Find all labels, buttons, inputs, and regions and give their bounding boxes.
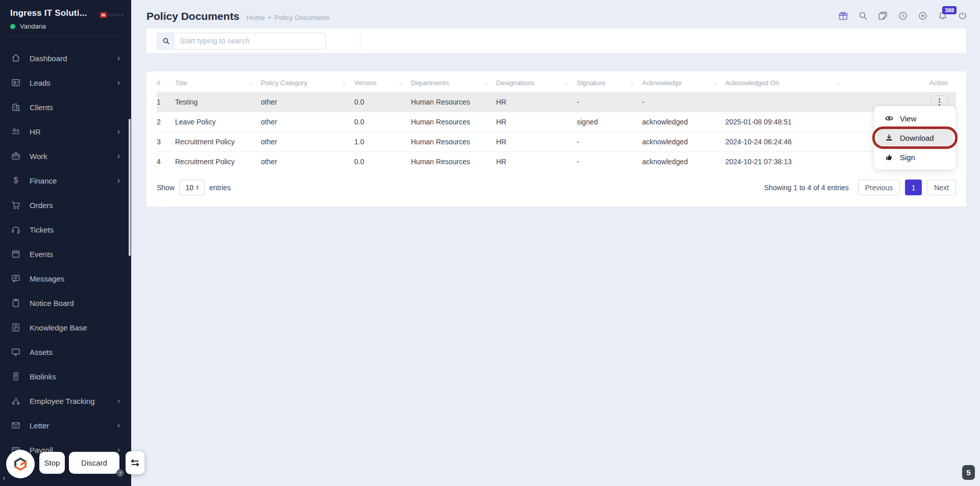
thumbs-up-icon (885, 153, 893, 161)
current-page-button[interactable]: 1 (905, 180, 922, 195)
menu-item-sign[interactable]: Sign (874, 148, 955, 166)
swap-arrows-icon (130, 457, 140, 468)
calendar-icon (11, 249, 21, 259)
brand-logo-mark: IN (100, 12, 107, 18)
help-badge[interactable]: ? (116, 469, 124, 477)
sidebar-item-letter[interactable]: Letter › (0, 413, 131, 438)
table-row[interactable]: 3 Recruitment Policy other 1.0 Human Res… (157, 132, 956, 151)
col-category[interactable]: Policy Category↑↓ (261, 74, 354, 92)
bell-icon[interactable]: 388 (938, 11, 948, 21)
next-page-button[interactable]: Next (927, 180, 956, 195)
page-title: Policy Documents (146, 10, 239, 22)
monitor-icon (11, 347, 21, 357)
sidebar-item-notice-board[interactable]: Notice Board › (0, 291, 131, 315)
sidebar-item-assets[interactable]: Assets › (0, 340, 131, 364)
search-input[interactable] (175, 33, 326, 49)
sidebar-item-work[interactable]: Work › (0, 144, 131, 168)
sidebar-header: Ingress IT Soluti... IN GRESS Vandana (0, 0, 131, 43)
chevron-left-icon[interactable]: ‹ (3, 473, 5, 482)
download-icon (885, 134, 893, 142)
sidebar-item-biolinks[interactable]: Biolinks › (0, 364, 131, 389)
header-icons: 388 (838, 11, 968, 21)
page-size-select[interactable]: 10 ▴▾ (179, 180, 205, 195)
plus-circle-icon[interactable] (918, 11, 928, 21)
menu-item-view[interactable]: View (874, 109, 955, 127)
sort-icon[interactable]: ↑↓ (630, 80, 633, 86)
home-icon (11, 53, 21, 63)
sidebar-scrollbar[interactable] (129, 119, 131, 256)
col-version[interactable]: Version↑↓ (354, 74, 411, 92)
col-acknowledge[interactable]: Acknowledge↑↓ (642, 74, 725, 92)
col-signature[interactable]: Signature↑↓ (577, 74, 642, 92)
agent-logo-icon (12, 456, 29, 472)
sort-icon[interactable]: ↑↓ (399, 80, 402, 86)
dollar-icon: $ (11, 175, 21, 186)
previous-page-button[interactable]: Previous (858, 180, 900, 195)
brand-logo: IN GRESS (100, 12, 124, 18)
headset-icon (11, 224, 21, 235)
sort-icon[interactable]: ↑↓ (565, 80, 568, 86)
sort-icon[interactable]: ↑↓ (342, 80, 345, 86)
gift-icon[interactable] (838, 11, 848, 21)
chevron-right-icon: › (117, 397, 120, 405)
sidebar-item-finance[interactable]: $ Finance › (0, 168, 131, 193)
sort-icon[interactable]: ↑↓ (836, 80, 839, 86)
envelope-icon (11, 420, 21, 430)
breadcrumb-current: Policy Documents (275, 14, 330, 21)
search-input-icon (157, 33, 175, 49)
sidebar-item-dashboard[interactable]: Dashboard › (0, 46, 131, 70)
menu-item-download-wrap: Download (874, 129, 955, 147)
people-icon (11, 126, 21, 137)
sidebar-item-employee-tracking[interactable]: Employee Tracking › (0, 389, 131, 413)
phone-icon (11, 371, 21, 381)
cart-icon (11, 200, 21, 210)
table-row[interactable]: 2 Leave Policy other 0.0 Human Resources… (157, 112, 956, 132)
col-title[interactable]: Title↑↓ (175, 74, 261, 92)
table-row[interactable]: 4 Recruitment Policy other 0.0 Human Res… (157, 151, 956, 171)
brand-logo-text: GRESS (107, 13, 124, 17)
breadcrumb-home[interactable]: Home (247, 14, 265, 21)
menu-item-download[interactable]: Download (877, 129, 953, 147)
policy-table: # Title↑↓ Policy Category↑↓ Version↑↓ De… (157, 74, 956, 171)
swap-button[interactable] (126, 451, 144, 474)
breadcrumb-separator: • (268, 14, 271, 21)
sort-icon[interactable]: ↑↓ (249, 80, 252, 86)
entries-label: entries (209, 184, 231, 192)
sidebar-item-messages[interactable]: Messages › (0, 266, 131, 291)
stop-button[interactable]: Stop (39, 452, 65, 474)
select-arrows-icon: ▴▾ (197, 185, 199, 190)
sidebar-divider (10, 36, 121, 37)
sidebar-item-orders[interactable]: Orders › (0, 193, 131, 217)
eye-icon (885, 114, 893, 122)
agent-logo-button[interactable] (6, 450, 35, 478)
sort-icon[interactable]: ↑↓ (484, 80, 487, 86)
clipboard-icon (11, 298, 21, 308)
col-action: Action (848, 74, 956, 92)
col-departments[interactable]: Departments↑↓ (411, 74, 496, 92)
sidebar-item-knowledge-base[interactable]: Knowledge Base › (0, 315, 131, 340)
notes-icon[interactable] (878, 11, 888, 21)
pagination: Show 10 ▴▾ entries Showing 1 to 4 of 4 e… (157, 180, 956, 195)
sidebar-item-leads[interactable]: Leads › (0, 70, 131, 95)
discard-button[interactable]: Discard (69, 452, 119, 474)
sort-icon[interactable]: ↑↓ (713, 80, 716, 86)
power-icon[interactable] (958, 11, 968, 21)
building-icon (11, 102, 21, 112)
table-row[interactable]: 1 Testing other 0.0 Human Resources HR -… (157, 92, 956, 112)
page-number-badge: 5 (962, 465, 975, 480)
sidebar: Ingress IT Soluti... IN GRESS Vandana Da… (0, 0, 131, 486)
user-status: Vandana (10, 22, 121, 30)
sidebar-item-clients[interactable]: Clients › (0, 95, 131, 119)
show-label: Show (157, 184, 175, 192)
search-icon[interactable] (858, 11, 868, 21)
chevron-right-icon: › (117, 127, 120, 136)
col-designations[interactable]: Designations↑↓ (496, 74, 577, 92)
sidebar-item-hr[interactable]: HR › (0, 119, 131, 144)
sidebar-menu: Dashboard › Leads › Clients › HR › Work … (0, 43, 131, 462)
chevron-right-icon: › (117, 152, 120, 160)
sidebar-item-events[interactable]: Events › (0, 242, 131, 266)
chevron-right-icon: › (117, 176, 120, 185)
clock-icon[interactable] (898, 11, 908, 21)
col-acknowledged-on[interactable]: Acknowledged On↑↓ (725, 74, 848, 92)
sidebar-item-tickets[interactable]: Tickets › (0, 217, 131, 242)
